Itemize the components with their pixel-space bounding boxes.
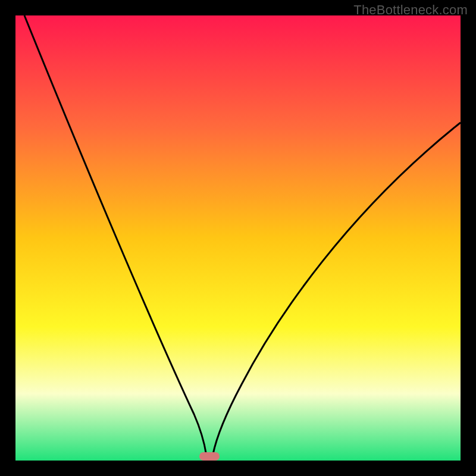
plot-area <box>15 15 461 461</box>
chart-frame: TheBottleneck.com <box>0 0 476 476</box>
watermark-text: TheBottleneck.com <box>353 2 468 18</box>
curve-left-branch <box>24 15 207 461</box>
curve-right-branch <box>212 123 461 461</box>
bottleneck-marker <box>199 452 220 461</box>
bottleneck-curve <box>15 15 461 461</box>
